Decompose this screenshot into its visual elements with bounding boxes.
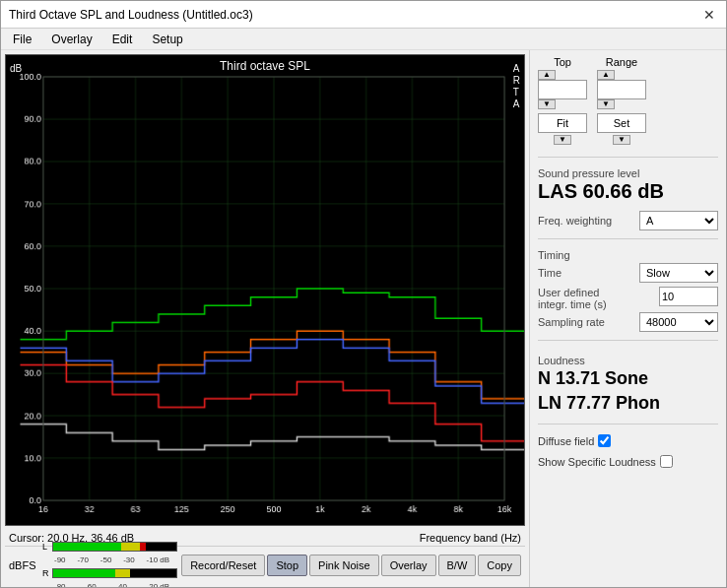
- freq-weighting-select[interactable]: A B C Z: [639, 211, 718, 230]
- n-value-text: N 13.71 Sone: [538, 366, 718, 391]
- show-specific-loudness-checkbox[interactable]: [660, 455, 673, 468]
- user-defined-label: User defined integr. time (s): [538, 287, 627, 310]
- record-reset-button[interactable]: Record/Reset: [181, 555, 265, 576]
- dbfs-bar: dBFS L -90 -70 -50 -30: [5, 546, 525, 583]
- l-meter-track: [52, 542, 177, 552]
- time-label: Time: [538, 267, 562, 279]
- db-label: dB: [10, 63, 22, 74]
- bottom-buttons: Record/Reset Stop Pink Noise Overlay B/W…: [181, 555, 521, 576]
- stop-button[interactable]: Stop: [267, 555, 307, 576]
- r-scale-minus20: -20 dB: [147, 582, 170, 588]
- r-meter-track: [52, 568, 177, 578]
- main-content: dB Third octave SPL ARTA Cursor: 20.0 Hz…: [1, 50, 726, 587]
- l-scale-minus50: -50: [100, 555, 112, 564]
- las-value: LAS 60.66 dB: [538, 179, 718, 203]
- top-control-col: Top ▲ ▼ Fit ▼: [538, 56, 587, 145]
- menu-setup[interactable]: Setup: [144, 31, 190, 48]
- sampling-rate-row: Sampling rate 48000 44100 96000: [538, 312, 718, 332]
- main-window: Third Octave SPL and Loudness (Untitled.…: [0, 0, 727, 588]
- fit-display[interactable]: Fit: [538, 113, 587, 133]
- l-scale-minus70: -70: [77, 555, 89, 564]
- range-spin: ▲ ▼: [597, 70, 646, 109]
- time-select[interactable]: Slow Fast Impulse: [639, 263, 718, 283]
- range-label: Range: [606, 56, 637, 68]
- menu-overlay[interactable]: Overlay: [43, 31, 99, 48]
- freq-weighting-label: Freq. weighting: [538, 215, 612, 227]
- range-down-button[interactable]: ▼: [597, 99, 615, 109]
- bw-button[interactable]: B/W: [438, 555, 477, 576]
- set-down-button[interactable]: ▼: [613, 135, 630, 145]
- l-meter-red: [140, 543, 146, 551]
- meter-row-r: R: [42, 566, 177, 580]
- set-display[interactable]: Set: [597, 113, 646, 133]
- diffuse-field-checkbox[interactable]: [598, 434, 611, 447]
- spl-label: Sound pressure level: [538, 167, 718, 179]
- top-display: [538, 80, 587, 99]
- divider-3: [538, 340, 718, 341]
- title-bar: Third Octave SPL and Loudness (Untitled.…: [1, 1, 726, 29]
- top-spin: ▲ ▼: [538, 70, 587, 109]
- spl-section: Sound pressure level LAS 60.66 dB: [538, 165, 718, 203]
- arta-label: ARTA: [513, 63, 520, 110]
- time-row: Time Slow Fast Impulse: [538, 263, 718, 283]
- show-specific-loudness-label: Show Specific Loudness: [538, 456, 656, 468]
- top-label: Top: [554, 56, 571, 68]
- ln-value-text: LN 77.77 Phon: [538, 391, 718, 416]
- r-channel-label: R: [42, 568, 50, 578]
- n-value: N 13.71 Sone LN 77.77 Phon: [538, 366, 718, 416]
- dbfs-label: dBFS: [9, 559, 38, 571]
- l-scale-minus10: -10 dB: [147, 555, 170, 564]
- top-up-button[interactable]: ▲: [538, 70, 556, 80]
- chart-container: dB Third octave SPL ARTA: [5, 54, 525, 526]
- right-panel: Top ▲ ▼ Fit ▼ Range ▲ ▼: [529, 50, 726, 587]
- sampling-rate-select[interactable]: 48000 44100 96000: [639, 312, 718, 332]
- loudness-label: Loudness: [538, 355, 718, 366]
- freq-weighting-row: Freq. weighting A B C Z: [538, 211, 718, 230]
- meter-row-l: L: [42, 540, 177, 554]
- menu-bar: File Overlay Edit Setup: [1, 29, 726, 50]
- l-channel-label: L: [42, 542, 50, 552]
- dbfs-meters: L -90 -70 -50 -30 -10 dB: [42, 540, 177, 588]
- user-defined-input[interactable]: [659, 287, 718, 306]
- chart-canvas: [6, 55, 524, 525]
- divider-4: [538, 424, 718, 425]
- timing-section: Timing Time Slow Fast Impulse User defin…: [538, 247, 718, 332]
- top-range-controls: Top ▲ ▼ Fit ▼ Range ▲ ▼: [538, 56, 718, 145]
- range-control-col: Range ▲ ▼ Set ▼: [597, 56, 646, 145]
- chart-area: dB Third octave SPL ARTA Cursor: 20.0 Hz…: [1, 50, 529, 587]
- timing-label: Timing: [538, 249, 718, 261]
- loudness-section: Loudness N 13.71 Sone LN 77.77 Phon: [538, 353, 718, 416]
- divider-2: [538, 238, 718, 239]
- overlay-button[interactable]: Overlay: [381, 555, 436, 576]
- chart-title: Third octave SPL: [220, 59, 310, 73]
- pink-noise-button[interactable]: Pink Noise: [309, 555, 379, 576]
- l-scale-minus30: -30: [123, 555, 135, 564]
- r-meter-green: [53, 569, 115, 577]
- copy-button[interactable]: Copy: [478, 555, 521, 576]
- show-specific-loudness-row: Show Specific Loudness: [538, 455, 718, 468]
- r-meter-yellow: [115, 569, 130, 577]
- user-defined-row: User defined integr. time (s): [538, 287, 718, 310]
- l-scale-minus90: -90: [54, 555, 66, 564]
- top-down-button[interactable]: ▼: [538, 99, 556, 109]
- l-meter-green: [53, 543, 121, 551]
- menu-file[interactable]: File: [5, 31, 39, 48]
- sampling-rate-label: Sampling rate: [538, 316, 605, 328]
- diffuse-field-label: Diffuse field: [538, 435, 594, 447]
- range-display: [597, 80, 646, 99]
- freq-band-label: Frequency band (Hz): [420, 532, 521, 544]
- r-scale-minus40: -40: [115, 582, 127, 588]
- menu-edit[interactable]: Edit: [104, 31, 141, 48]
- l-meter-yellow: [121, 543, 140, 551]
- range-up-button[interactable]: ▲: [597, 70, 615, 80]
- divider-1: [538, 157, 718, 158]
- fit-down-button[interactable]: ▼: [554, 135, 571, 145]
- r-scale-minus80: -80: [54, 582, 66, 588]
- diffuse-field-row: Diffuse field: [538, 434, 718, 447]
- r-scale-minus60: -60: [85, 582, 97, 588]
- close-button[interactable]: ✕: [700, 6, 718, 24]
- window-title: Third Octave SPL and Loudness (Untitled.…: [9, 8, 253, 22]
